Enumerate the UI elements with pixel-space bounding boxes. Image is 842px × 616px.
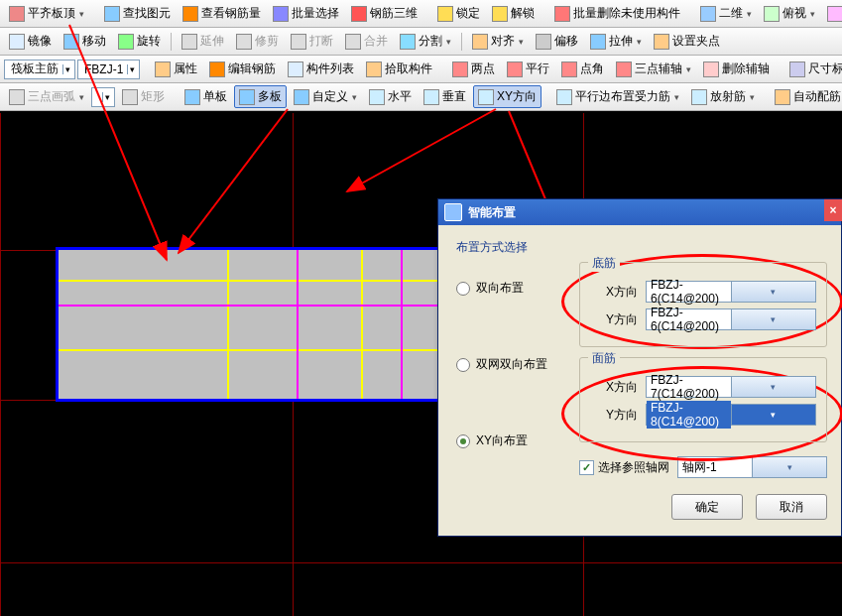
extend-button[interactable]: 延伸 [177,30,229,53]
radio-xy[interactable]: XY向布置 [456,432,565,449]
horizontal-button[interactable]: 水平 [364,85,417,108]
two-point-button[interactable]: 两点 [447,58,500,80]
edit-rebar-button[interactable]: 编辑钢筋 [204,58,281,80]
pingqi-button[interactable]: 平齐板顶▾ [4,2,89,25]
dialog-titlebar[interactable]: 智能布置 × [438,199,841,225]
2d-button[interactable]: 二维▾ [695,2,757,25]
property-button[interactable]: 属性 [150,58,202,80]
parallel-button[interactable]: 平行 [502,58,554,80]
vertical-button[interactable]: 垂直 [419,85,471,108]
dialog-icon [444,203,462,221]
lock-button[interactable]: 锁定 [432,2,485,25]
layout-mode-label: 布置方式选择 [456,239,827,256]
delete-axis-button[interactable]: 删除辅轴 [698,58,775,80]
rotate-icon [118,34,134,50]
view-rebar-button[interactable]: 查看钢筋量 [178,2,266,25]
batch-select-button[interactable]: 批量选择 [268,2,344,25]
mirror-button[interactable]: 镜像 [4,30,57,53]
lock-icon [437,6,453,22]
split-button[interactable]: 分割▾ [395,30,456,53]
member-combo[interactable]: FBZJ-1▾ [77,60,140,79]
parallel-edge-button[interactable]: 平行边布置受力筋▾ [551,85,684,108]
merge-button[interactable]: 合并 [340,30,393,53]
dialog-title: 智能布置 [468,204,516,221]
batch-delete-button[interactable]: 批量删除未使用构件 [549,2,685,25]
selected-slab[interactable] [56,247,440,402]
break-button[interactable]: 打断 [286,30,338,53]
toolbar-row-1: 平齐板顶▾ 查找图元 查看钢筋量 批量选择 钢筋三维 锁定 解锁 批量删除未使用… [0,0,842,28]
toolbar-row-2: 镜像 移动 旋转 延伸 修剪 打断 合并 分割▾ 对齐▾ 偏移 拉伸▾ 设置夹点 [0,28,842,56]
category-combo[interactable]: 筏板主筋▾ [4,60,75,79]
stretch-button[interactable]: 拉伸▾ [585,30,647,53]
toolbar-row-3: 筏板主筋▾ FBZJ-1▾ 属性 编辑钢筋 构件列表 拾取构件 两点 平行 点角… [0,56,842,83]
custom-button[interactable]: 自定义▾ [289,85,362,108]
rebar-3d-button[interactable]: 钢筋三维 [346,2,422,25]
ok-button[interactable]: 确定 [671,494,743,520]
xy-direction-button[interactable]: XY方向 [473,85,541,108]
rect-button[interactable]: 矩形 [117,85,170,108]
auto-rebar-button[interactable]: 自动配筋 [770,85,842,108]
move-icon [63,34,79,50]
dimension-button[interactable]: 尺寸标注 [784,58,842,80]
smart-layout-dialog: 智能布置 × 布置方式选择 双向布置 双网双向布置 XY向布置 底筋 X方向 F… [437,198,842,537]
find-button[interactable]: 查找图元 [99,2,176,25]
bottom-rebar-group: 底筋 X方向 FBZJ-6(C14@200)▾ Y方向 FBZJ-6(C14@2… [579,262,827,347]
top-y-select[interactable]: FBZJ-8(C14@200)▾ [646,404,816,426]
dynamic-button[interactable]: 动态观察 [822,2,842,25]
align-button[interactable]: 对齐▾ [467,30,529,53]
grid-select[interactable]: 轴网-1▾ [677,456,827,478]
trim-button[interactable]: 修剪 [231,30,284,53]
cancel-button[interactable]: 取消 [756,494,827,520]
close-button[interactable]: × [824,199,842,221]
multi-slab-button[interactable]: 多板 [234,85,287,108]
member-list-button[interactable]: 构件列表 [283,58,359,80]
arc-button[interactable]: 三点画弧▾ [4,85,89,108]
rotate-button[interactable]: 旋转 [113,30,166,53]
single-slab-button[interactable]: 单板 [180,85,232,108]
blank-combo[interactable]: ▾ [91,87,115,107]
unlock-icon [492,6,508,22]
offset-button[interactable]: 偏移 [531,30,583,53]
point-angle-button[interactable]: 点角 [556,58,609,80]
grip-button[interactable]: 设置夹点 [649,30,725,53]
bottom-x-select[interactable]: FBZJ-6(C14@200)▾ [646,281,816,303]
bottom-y-select[interactable]: FBZJ-6(C14@200)▾ [646,308,816,330]
reference-grid-checkbox[interactable]: ✓选择参照轴网 [579,459,669,476]
radio-bidirectional[interactable]: 双向布置 [456,280,565,297]
top-rebar-group: 面筋 X方向 FBZJ-7(C14@200)▾ Y方向 FBZJ-8(C14@2… [579,357,827,442]
unlock-button[interactable]: 解锁 [487,2,540,25]
move-button[interactable]: 移动 [59,30,111,53]
three-point-axis-button[interactable]: 三点辅轴▾ [611,58,696,80]
radio-double-net[interactable]: 双网双向布置 [456,356,565,373]
radial-button[interactable]: 放射筋▾ [686,85,760,108]
toolbar-row-4: 三点画弧▾ ▾ 矩形 单板 多板 自定义▾ 水平 垂直 XY方向 平行边布置受力… [0,83,842,111]
top-x-select[interactable]: FBZJ-7(C14@200)▾ [646,376,816,398]
pick-button[interactable]: 拾取构件 [361,58,437,80]
topview-button[interactable]: 俯视▾ [759,2,820,25]
